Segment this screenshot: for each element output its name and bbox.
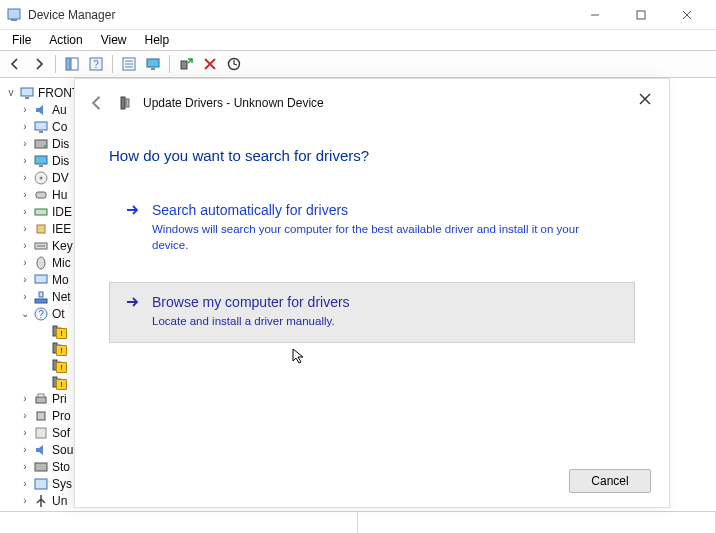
software-icon: [33, 426, 49, 440]
svg-rect-31: [35, 209, 47, 215]
chevron-right-icon[interactable]: ›: [18, 104, 32, 115]
menu-action[interactable]: Action: [41, 31, 90, 49]
svg-text:?: ?: [38, 309, 44, 320]
keyboard-icon: [33, 239, 49, 253]
svg-rect-42: [58, 328, 61, 334]
svg-rect-14: [147, 59, 159, 67]
chevron-right-icon[interactable]: ›: [18, 291, 32, 302]
unknown-icon: [49, 324, 65, 338]
tree-node-label: Net: [52, 290, 71, 304]
chevron-right-icon[interactable]: ›: [18, 478, 32, 489]
chevron-right-icon[interactable]: ›: [18, 495, 32, 506]
ide-icon: [33, 205, 49, 219]
app-icon: [6, 7, 22, 23]
chevron-right-icon[interactable]: ›: [18, 257, 32, 268]
computer-icon: [19, 86, 35, 100]
tree-node-label: Pri: [52, 392, 67, 406]
other-icon: ?: [33, 307, 49, 321]
svg-rect-46: [58, 362, 61, 368]
back-icon[interactable]: [4, 53, 26, 75]
tree-node-label: Pro: [52, 409, 71, 423]
chevron-right-icon[interactable]: ›: [18, 274, 32, 285]
close-icon[interactable]: [635, 89, 655, 109]
chevron-right-icon[interactable]: ›: [18, 444, 32, 455]
cancel-button[interactable]: Cancel: [569, 469, 651, 493]
tree-node-label: Key: [52, 239, 73, 253]
show-hide-console-tree-icon[interactable]: [61, 53, 83, 75]
tree-node-label: Mo: [52, 273, 69, 287]
wizard-breadcrumb: Update Drivers - Unknown Device: [143, 96, 324, 110]
svg-rect-22: [35, 122, 47, 130]
chevron-right-icon[interactable]: ›: [18, 410, 32, 421]
svg-rect-0: [8, 9, 20, 19]
tree-node-label: Dis: [52, 154, 69, 168]
svg-text:?: ?: [93, 59, 99, 70]
processor-icon: [33, 409, 49, 423]
menu-help[interactable]: Help: [137, 31, 178, 49]
arrow-right-icon: [124, 293, 142, 311]
maximize-button[interactable]: [618, 0, 664, 30]
storage-icon: [33, 460, 49, 474]
wizard-heading: How do you want to search for drivers?: [109, 147, 635, 164]
dvd-icon: [33, 171, 49, 185]
update-driver-icon[interactable]: [223, 53, 245, 75]
chevron-right-icon[interactable]: ›: [18, 461, 32, 472]
chevron-right-icon[interactable]: ›: [18, 172, 32, 183]
chevron-right-icon[interactable]: ›: [18, 393, 32, 404]
chevron-right-icon[interactable]: ›: [18, 223, 32, 234]
menu-file[interactable]: File: [4, 31, 39, 49]
tree-node-label: Dis: [52, 137, 69, 151]
chevron-right-icon[interactable]: ›: [18, 427, 32, 438]
svg-rect-55: [121, 97, 125, 109]
svg-rect-37: [35, 299, 47, 303]
option-description: Windows will search your computer for th…: [152, 222, 582, 253]
uninstall-icon[interactable]: [199, 53, 221, 75]
monitor-icon: [33, 273, 49, 287]
scan-hardware-icon[interactable]: [175, 53, 197, 75]
back-icon[interactable]: [87, 93, 107, 113]
help-topic-icon[interactable]: ?: [85, 53, 107, 75]
svg-rect-56: [126, 99, 129, 107]
svg-rect-54: [35, 479, 47, 489]
chevron-right-icon[interactable]: ›: [18, 121, 32, 132]
svg-rect-16: [181, 61, 187, 69]
computer-icon: [33, 120, 49, 134]
svg-rect-52: [36, 428, 46, 438]
chevron-right-icon[interactable]: ›: [18, 189, 32, 200]
svg-rect-38: [39, 292, 43, 297]
chevron-right-icon[interactable]: ›: [18, 240, 32, 251]
chevron-right-icon[interactable]: ›: [18, 206, 32, 217]
forward-icon[interactable]: [28, 53, 50, 75]
mouse-icon: [33, 256, 49, 270]
tree-node-label: Ot: [52, 307, 65, 321]
minimize-button[interactable]: [572, 0, 618, 30]
svg-rect-48: [58, 379, 61, 385]
close-button[interactable]: [664, 0, 710, 30]
svg-rect-27: [39, 165, 43, 167]
svg-rect-51: [37, 412, 45, 420]
printer-icon: [33, 392, 49, 406]
svg-rect-7: [71, 58, 78, 70]
svg-rect-23: [39, 131, 43, 133]
option-description: Locate and install a driver manually.: [152, 314, 582, 330]
tree-node-label: Co: [52, 120, 67, 134]
chevron-right-icon[interactable]: ›: [18, 138, 32, 149]
option-search-automatically[interactable]: Search automatically for drivers Windows…: [109, 190, 635, 266]
menu-bar: File Action View Help: [0, 30, 716, 50]
chevron-right-icon[interactable]: ›: [18, 155, 32, 166]
tree-node-label: Sou: [52, 443, 73, 457]
option-browse-my-computer[interactable]: Browse my computer for drivers Locate an…: [109, 282, 635, 343]
svg-rect-30: [36, 192, 46, 198]
menu-view[interactable]: View: [93, 31, 135, 49]
hid-icon: [33, 188, 49, 202]
separator-icon: [169, 55, 170, 73]
monitor-icon[interactable]: [142, 53, 164, 75]
tree-node-label: IEE: [52, 222, 71, 236]
chevron-down-icon[interactable]: ⌄: [18, 308, 32, 319]
usb-icon: [33, 494, 49, 508]
wizard-header: Update Drivers - Unknown Device: [75, 79, 669, 127]
arrow-right-icon: [124, 201, 142, 219]
svg-rect-47: [53, 377, 57, 387]
tree-node-label: Au: [52, 103, 67, 117]
properties-icon[interactable]: [118, 53, 140, 75]
